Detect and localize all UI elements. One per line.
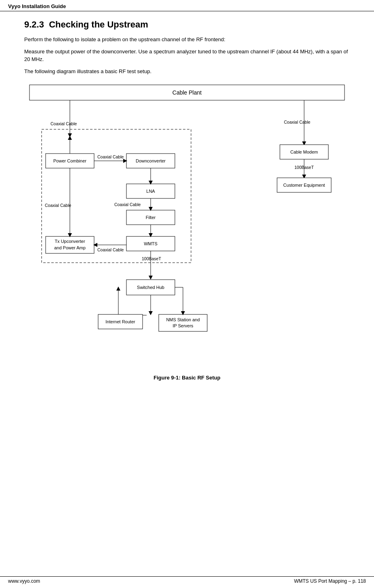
header-title: Vyyo Installation Guide [8,3,66,9]
paragraph-3: The following diagram illustrates a basi… [24,67,350,76]
svg-marker-39 [149,276,153,280]
page-footer: www.vyyo.com WMTS US Port Mapping – p. 1… [0,576,374,584]
footer-left: www.vyyo.com [8,578,40,584]
svg-text:and Power Amp: and Power Amp [54,245,86,250]
svg-text:100BaseT: 100BaseT [142,256,161,261]
svg-text:Cable Plant: Cable Plant [172,89,202,96]
svg-text:Customer Equipment: Customer Equipment [283,183,325,188]
svg-text:IP Servers: IP Servers [172,323,193,328]
svg-text:Switched Hub: Switched Hub [137,285,164,290]
diagram-container: Cable Plant Power Combiner Downconverter… [29,85,345,381]
figure-caption: Figure 9-1: Basic RF Setup [29,375,345,381]
paragraph-1: Perform the following to isolate a probl… [24,36,350,44]
svg-marker-43 [149,311,153,315]
paragraph-2: Measure the output power of the downconv… [24,48,350,63]
svg-marker-45 [116,287,120,291]
svg-text:NMS Station and: NMS Station and [166,317,200,322]
svg-text:Coaxial Cable: Coaxial Cable [97,247,124,252]
svg-text:Coaxial Cable: Coaxial Cable [114,202,141,207]
svg-text:Filter: Filter [146,215,156,220]
diagram-svg: Cable Plant Power Combiner Downconverter… [29,85,345,368]
svg-text:Downconverter: Downconverter [136,158,166,163]
svg-text:Cable Modem: Cable Modem [290,150,318,154]
svg-text:LNA: LNA [146,189,155,194]
svg-text:Coaxial Cable: Coaxial Cable [45,203,71,208]
svg-text:Coaxial Cable: Coaxial Cable [97,154,124,159]
svg-text:Internet Router: Internet Router [105,319,135,324]
svg-text:WMTS: WMTS [144,241,158,246]
page-content: 9.2.3 Checking the Upstream Perform the … [0,11,374,413]
svg-text:Tx  Upconverter: Tx Upconverter [55,239,85,244]
svg-text:Coaxial Cable: Coaxial Cable [284,120,311,124]
section-title: 9.2.3 Checking the Upstream [24,19,350,30]
page-header: Vyyo Installation Guide [0,0,374,11]
svg-text:Power Combiner: Power Combiner [53,158,86,163]
svg-marker-20 [68,136,72,140]
footer-right: WMTS US Port Mapping – p. 118 [294,578,366,584]
svg-text:Coaxial Cable: Coaxial Cable [50,121,77,126]
